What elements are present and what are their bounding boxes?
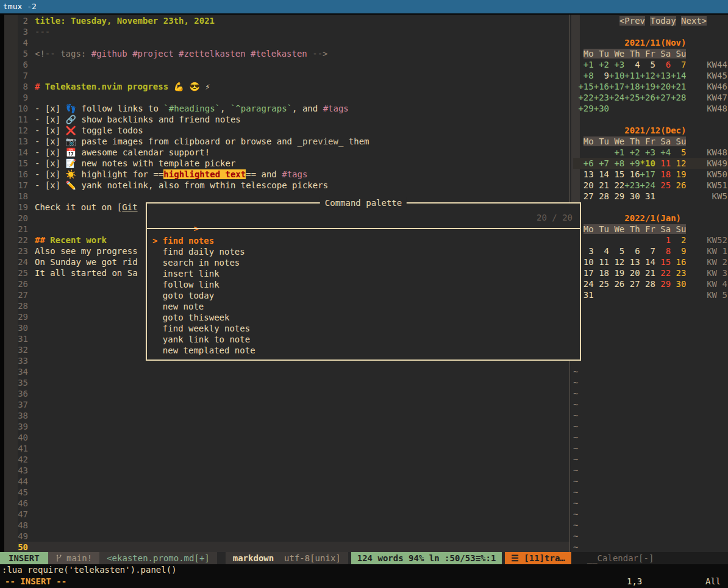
palette-item[interactable]: new note [152,301,204,312]
line-text [28,509,35,519]
calendar-row[interactable]: 2021/11(Nov) [573,37,728,48]
calendar-row[interactable]: 2021/12(Dec) [573,125,728,136]
calendar-row[interactable]: Mo Tu We Th Fr Sa Su [573,224,728,235]
emoji-icon: 📝 [66,158,76,168]
palette-item[interactable]: search in notes [152,257,240,268]
editor-line[interactable]: 16- [x] ☀️ highlight for ==highlighted t… [18,169,569,180]
editor-line[interactable]: 10- [x] 👣 follow links to `#headings`, `… [18,103,569,114]
editor-line[interactable]: 17- [x] ✏️ yank notelink, also from wthi… [18,180,569,191]
calendar-row[interactable]: 17 18 19 20 21 22 23 KW 3 [573,267,728,278]
palette-item[interactable]: yank link to note [152,334,250,345]
line-number: 29 [18,311,28,322]
text-segment: #tags [323,104,349,113]
line-text [28,466,35,475]
text-segment [127,49,132,58]
calendar-row[interactable]: 1 2 KW52 [573,235,728,246]
calendar-nav-button[interactable]: Next> [681,16,707,26]
editor-line[interactable]: 11- [x] 🔗 show backlinks and friend note… [18,114,569,125]
palette-item[interactable]: find daily notes [152,246,245,257]
empty-line-tilde: ~ [573,487,728,498]
calendar-row[interactable]: 20 21 22+23+24 25 26 KW51 [573,180,728,191]
calendar-nav-button[interactable]: <Prev [619,16,645,26]
line-number: 41 [18,443,28,454]
palette-item[interactable]: follow link [152,279,219,290]
palette-prompt-input[interactable]: > [152,212,574,223]
line-number: 14 [18,147,28,158]
git-branch-label: main! [66,553,92,563]
calendar-row[interactable]: Mo Tu We Th Fr Sa Su [573,136,728,147]
calendar-row[interactable]: +6 +7 +8 +9*10 11 12 KW49 [573,158,728,169]
editor-line[interactable]: 3--- [18,26,569,37]
calendar-row[interactable]: 27 28 29 30 31 KW5 [573,191,728,202]
editor-line[interactable]: 7 [18,70,569,81]
text-segment: +15+16+17+18+19+20+21 [578,82,686,91]
editor-line[interactable]: 50 [18,542,569,552]
text-segment: <!-- tags: [35,49,91,58]
line-text: - [x] 🔗 show backlinks and friend notes [28,115,241,124]
editor-line[interactable]: 39 [18,421,569,432]
editor-line[interactable]: 5<!-- tags: #github #project #zettelkast… [18,48,569,59]
text-segment: KW51 [686,180,727,190]
statusline-gap [217,552,226,564]
editor-line[interactable]: 42 [18,454,569,465]
text-segment: Mo Tu We Th Fr Sa Su [583,224,687,234]
editor-line[interactable]: 34 [18,366,569,377]
editor-line[interactable]: 38 [18,410,569,421]
palette-item[interactable]: goto thisweek [152,312,229,323]
calendar-row[interactable]: +1 +2 +3 4 5 6 7 KW44 [573,59,728,70]
line-number: 12 [18,125,28,136]
calendar-row[interactable]: 2022/1(Jan) [573,213,728,224]
editor-line[interactable]: 44 [18,476,569,487]
calendar-row[interactable]: +8 9+10+11+12+13+14 KW45 [573,70,728,81]
calendar-row[interactable]: 31 KW 5 [573,289,728,300]
editor-line[interactable]: 15- [x] 📝 new notes with template picker [18,158,569,169]
editor-line[interactable]: 41 [18,443,569,454]
calendar-row[interactable]: 3 4 5 6 7 8 9 KW 1 [573,246,728,257]
editor-line[interactable]: 47 [18,509,569,520]
calendar-row[interactable]: 10 11 12 13 14 15 16 KW 2 [573,257,728,267]
calendar-row[interactable]: +22+23+24+25+26+27+28 KW47 [573,92,728,103]
calendar-row[interactable]: 13 14 15 16+17 18 19 KW50 [573,169,728,180]
editor-line[interactable]: 9 [18,92,569,103]
line-number: 40 [18,432,28,443]
editor-line[interactable]: 48 [18,520,569,531]
text-segment: - [x] [35,169,66,179]
git-branch-segment: main! [48,552,100,564]
palette-item[interactable]: > find notes [152,235,214,246]
editor-line[interactable]: 18 [18,191,569,202]
line-text [28,312,35,322]
calendar-nav-row[interactable]: <Prev Today Next> [573,15,728,26]
editor-line[interactable]: 6 [18,59,569,70]
line-number: 2 [18,15,28,26]
palette-item[interactable]: goto today [152,290,214,301]
editor-line[interactable]: 40 [18,432,569,443]
editor-line[interactable]: 45 [18,487,569,498]
text-segment: - [x] [35,104,66,113]
palette-item[interactable]: find weekly notes [152,323,250,334]
editor-line[interactable]: 4 [18,37,569,48]
command-line[interactable]: :lua require('telekasten').panel() [0,564,728,576]
calendar-nav-button[interactable]: Today [650,16,676,26]
editor-line[interactable]: 37 [18,399,569,410]
line-number: 21 [18,224,28,235]
editor-line[interactable]: 49 [18,531,569,542]
text-segment [676,16,681,26]
editor-line[interactable]: 2title: Tuesday, November 23th, 2021 [18,15,569,26]
text-segment: KW 1 [686,246,727,256]
palette-item[interactable]: new templated note [152,345,255,356]
editor-line[interactable]: 12- [x] ❌ toggle todos [18,125,569,136]
editor-line[interactable]: 35 [18,377,569,388]
palette-item[interactable]: insert link [152,268,219,279]
calendar-row[interactable]: +29+30 KW48 [573,103,728,114]
editor-line[interactable]: 14- [x] 📅 awesome calendar support! [18,147,569,158]
editor-line[interactable]: 43 [18,465,569,476]
editor-line[interactable]: 46 [18,498,569,509]
calendar-row[interactable]: Mo Tu We Th Fr Sa Su [573,48,728,59]
editor-line[interactable]: 36 [18,388,569,399]
editor-line[interactable]: 8# Telekasten.nvim progress 💪 😎 ⚡ [18,81,569,92]
calendar-row[interactable]: +1 +2 +3 +4 5 KW48 [573,147,728,158]
calendar-row[interactable]: 24 25 26 27 28 29 30 KW 4 [573,278,728,289]
editor-line[interactable]: 13- [x] 📷 paste images from clipboard or… [18,136,569,147]
terminal-scrollbar[interactable] [4,15,18,552]
calendar-row[interactable]: +15+16+17+18+19+20+21 KW46 [573,81,728,92]
